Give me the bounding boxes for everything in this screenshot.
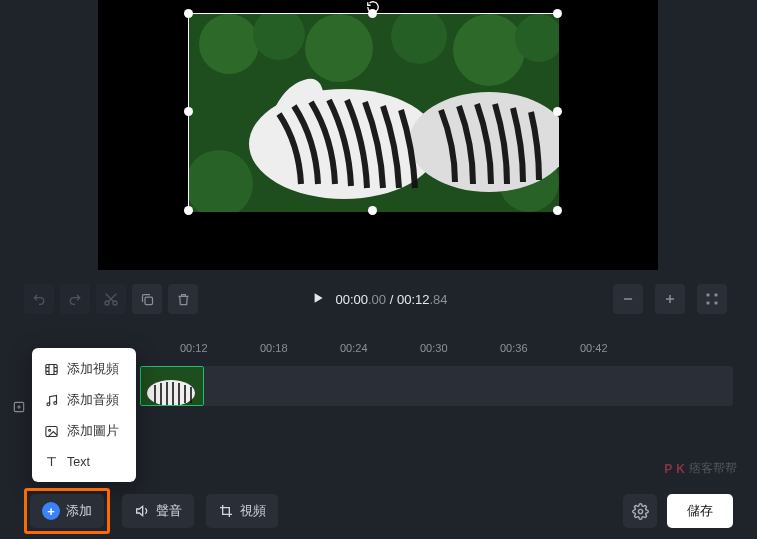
resize-handle-nw[interactable] — [184, 9, 193, 18]
sound-tab[interactable]: 聲音 — [122, 494, 194, 528]
cut-button[interactable] — [96, 284, 126, 314]
undo-button[interactable] — [24, 284, 54, 314]
watermark: PK 痞客帮帮 — [664, 460, 737, 477]
svg-point-21 — [49, 429, 51, 431]
video-tab-label: 視頻 — [240, 502, 266, 520]
svg-point-5 — [453, 14, 525, 86]
zoom-out-button[interactable] — [613, 284, 643, 314]
crop-icon — [218, 503, 234, 519]
svg-point-15 — [147, 380, 195, 406]
timeline[interactable]: 00:1200:1800:2400:3000:3600:42 — [140, 342, 733, 422]
total-time: 00:12 — [397, 292, 430, 307]
bottom-bar: + 添加 聲音 視頻 儲存 — [0, 483, 757, 539]
zoom-in-button[interactable] — [655, 284, 685, 314]
playback-controls: 00:00.00 / 00:12.84 — [309, 290, 447, 309]
svg-point-3 — [305, 14, 373, 82]
resize-handle-w[interactable] — [184, 107, 193, 116]
selected-clip-frame[interactable] — [188, 13, 558, 211]
svg-rect-13 — [145, 297, 153, 305]
svg-point-1 — [199, 14, 259, 74]
add-track-icon[interactable] — [12, 400, 26, 414]
add-menu-item-audio[interactable]: 添加音頻 — [32, 385, 136, 416]
image-icon — [44, 424, 59, 439]
resize-handle-e[interactable] — [553, 107, 562, 116]
add-menu: 添加視頻 添加音頻 添加圖片 Text — [32, 348, 136, 482]
timeline-clip[interactable] — [140, 366, 204, 406]
add-button[interactable]: + 添加 — [30, 494, 104, 528]
svg-point-22 — [638, 509, 642, 513]
svg-rect-17 — [46, 365, 57, 375]
resize-handle-ne[interactable] — [553, 9, 562, 18]
fit-button[interactable] — [697, 284, 727, 314]
add-menu-item-label: 添加視頻 — [67, 361, 119, 378]
add-menu-item-video[interactable]: 添加視頻 — [32, 354, 136, 385]
add-menu-item-text[interactable]: Text — [32, 447, 136, 476]
delete-button[interactable] — [168, 284, 198, 314]
settings-button[interactable] — [623, 494, 657, 528]
save-button[interactable]: 儲存 — [667, 494, 733, 528]
sound-icon — [134, 503, 150, 519]
ruler-tick: 00:42 — [580, 342, 608, 354]
ruler-tick: 00:24 — [340, 342, 368, 354]
current-time: 00:00 — [335, 292, 368, 307]
film-icon — [44, 362, 59, 377]
editor-toolbar: 00:00.00 / 00:12.84 — [24, 282, 733, 316]
add-menu-item-label: 添加音頻 — [67, 392, 119, 409]
resize-handle-se[interactable] — [553, 206, 562, 215]
svg-point-11 — [105, 301, 109, 305]
ruler-tick: 00:12 — [180, 342, 208, 354]
redo-button[interactable] — [60, 284, 90, 314]
preview-canvas[interactable] — [98, 0, 658, 270]
timecode-display: 00:00.00 / 00:12.84 — [335, 292, 447, 307]
add-button-label: 添加 — [66, 502, 92, 520]
svg-point-12 — [113, 301, 117, 305]
timeline-ruler[interactable]: 00:1200:1800:2400:3000:3600:42 — [140, 342, 733, 360]
music-icon — [44, 393, 59, 408]
sound-tab-label: 聲音 — [156, 502, 182, 520]
ruler-tick: 00:18 — [260, 342, 288, 354]
resize-handle-sw[interactable] — [184, 206, 193, 215]
play-button[interactable] — [309, 290, 325, 309]
ruler-tick: 00:36 — [500, 342, 528, 354]
video-tab[interactable]: 視頻 — [206, 494, 278, 528]
ruler-tick: 00:30 — [420, 342, 448, 354]
svg-point-18 — [47, 403, 50, 406]
rotate-icon[interactable] — [366, 0, 380, 14]
svg-point-19 — [54, 402, 57, 405]
save-button-label: 儲存 — [687, 502, 713, 520]
add-menu-item-label: 添加圖片 — [67, 423, 119, 440]
copy-button[interactable] — [132, 284, 162, 314]
tutorial-highlight: + 添加 — [24, 488, 110, 534]
text-icon — [44, 454, 59, 469]
add-menu-item-label: Text — [67, 455, 90, 469]
video-track[interactable] — [140, 366, 733, 406]
clip-thumbnail-preview — [189, 14, 559, 212]
add-menu-item-image[interactable]: 添加圖片 — [32, 416, 136, 447]
plus-icon: + — [42, 502, 60, 520]
resize-handle-s[interactable] — [368, 206, 377, 215]
gear-icon — [632, 503, 649, 520]
svg-rect-20 — [46, 427, 57, 437]
